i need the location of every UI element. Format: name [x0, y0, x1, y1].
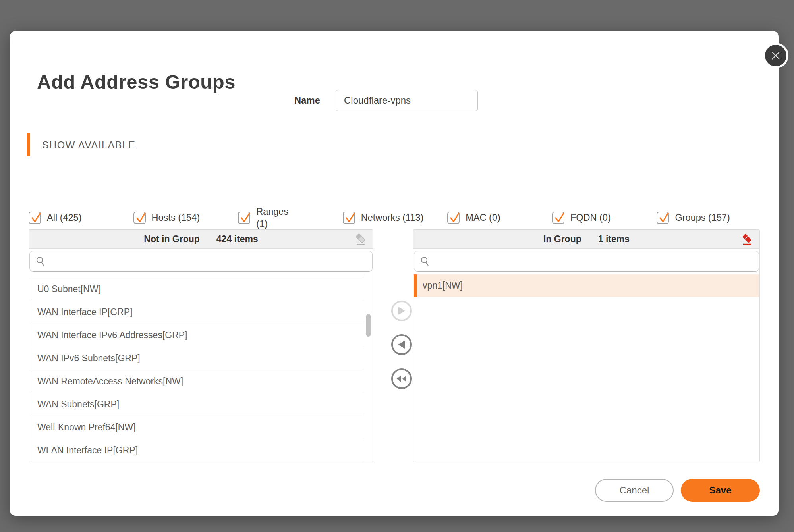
partial-list-item: [29, 274, 364, 278]
filter-checkbox-item[interactable]: Networks (113): [343, 212, 448, 224]
save-button[interactable]: Save: [681, 479, 760, 502]
not-in-group-panel: Not in Group 424 items: [29, 229, 373, 462]
in-group-count: 1 items: [598, 234, 630, 245]
not-in-group-list: U0 Subnet[NW] WAN Interface IP[GRP] WAN …: [29, 274, 364, 461]
checkbox-checked-icon[interactable]: [133, 212, 146, 224]
show-available-section: SHOW AVAILABLE: [27, 133, 135, 156]
in-group-panel: In Group 1 items: [413, 229, 760, 462]
eraser-red-icon: [741, 233, 753, 246]
address-list-item[interactable]: WLAN Interface IP[GRP]: [29, 439, 364, 461]
dimmed-backdrop: Add Address Groups Name SHOW AVAILABLE A…: [0, 0, 794, 532]
address-list-item[interactable]: Well-Known Pref64[NW]: [29, 416, 364, 439]
filter-checkbox-item[interactable]: FQDN (0): [552, 212, 657, 224]
address-list-item[interactable]: U0 Subnet[NW]: [29, 278, 364, 301]
address-list-item[interactable]: vpn1[NW]: [414, 274, 759, 297]
in-group-search-input[interactable]: [435, 251, 755, 271]
scrollbar-thumb[interactable]: [366, 314, 371, 337]
filter-checkbox-row: All (425) Hosts (154): [29, 206, 761, 230]
filter-checkbox-item[interactable]: Groups (157): [657, 212, 761, 224]
checkbox-checked-icon[interactable]: [657, 212, 669, 224]
not-in-group-count: 424 items: [216, 234, 258, 245]
not-in-group-searchbar: [29, 251, 373, 272]
double-arrow-left-icon: [396, 375, 407, 383]
in-group-title: In Group: [543, 234, 581, 245]
filter-label: All (425): [47, 212, 82, 224]
in-group-list: vpn1[NW]: [414, 274, 759, 461]
filter-label: FQDN (0): [570, 212, 611, 224]
filter-checkbox-item[interactable]: MAC (0): [447, 212, 552, 224]
filter-label: Ranges (1): [256, 206, 302, 230]
filter-label: Groups (157): [675, 212, 730, 224]
clear-in-group-button[interactable]: [740, 232, 754, 247]
checkbox-checked-icon[interactable]: [552, 212, 564, 224]
move-left-button[interactable]: [391, 334, 412, 355]
cancel-button[interactable]: Cancel: [595, 479, 674, 502]
checkbox-checked-icon[interactable]: [447, 212, 460, 224]
move-all-left-button[interactable]: [391, 368, 412, 389]
filter-label: Hosts (154): [152, 212, 200, 224]
address-list-item[interactable]: WAN RemoteAccess Networks[NW]: [29, 370, 364, 393]
section-accent-bar: [27, 133, 30, 156]
close-button[interactable]: [763, 43, 788, 68]
in-group-header: In Group 1 items: [413, 230, 759, 249]
not-in-group-title: Not in Group: [144, 234, 200, 245]
filter-label: Networks (113): [361, 212, 424, 224]
close-icon: [771, 50, 781, 61]
section-title: SHOW AVAILABLE: [42, 139, 135, 151]
address-list-item[interactable]: WAN IPv6 Subnets[GRP]: [29, 347, 364, 370]
eraser-icon: [355, 233, 367, 246]
filter-checkbox-item[interactable]: Hosts (154): [133, 212, 238, 224]
arrow-left-icon: [398, 340, 406, 349]
name-input[interactable]: [336, 90, 478, 111]
list-scrollbar[interactable]: [364, 274, 373, 461]
clear-not-in-group-button[interactable]: [354, 232, 367, 247]
checkbox-checked-icon[interactable]: [238, 212, 250, 224]
name-label: Name: [248, 90, 320, 111]
in-group-searchbar: [414, 251, 759, 272]
not-in-group-search-input[interactable]: [50, 251, 369, 271]
filter-checkbox-item[interactable]: All (425): [29, 212, 133, 224]
move-right-button[interactable]: [391, 301, 412, 321]
checkbox-checked-icon[interactable]: [343, 212, 355, 224]
not-in-group-header: Not in Group 424 items: [29, 230, 373, 249]
add-address-groups-dialog: Add Address Groups Name SHOW AVAILABLE A…: [10, 31, 779, 516]
name-field-row: Name: [10, 90, 779, 111]
address-list-item[interactable]: WAN Subnets[GRP]: [29, 393, 364, 416]
filter-label: MAC (0): [466, 212, 500, 224]
address-list-item[interactable]: WAN Interface IP[GRP]: [29, 301, 364, 324]
address-list-item[interactable]: WAN Interface IPv6 Addresses[GRP]: [29, 324, 364, 347]
checkbox-checked-icon[interactable]: [29, 212, 41, 224]
dual-list-area: Not in Group 424 items: [29, 229, 760, 462]
arrow-right-icon: [398, 306, 406, 315]
filter-checkbox-item[interactable]: Ranges (1): [238, 206, 343, 230]
